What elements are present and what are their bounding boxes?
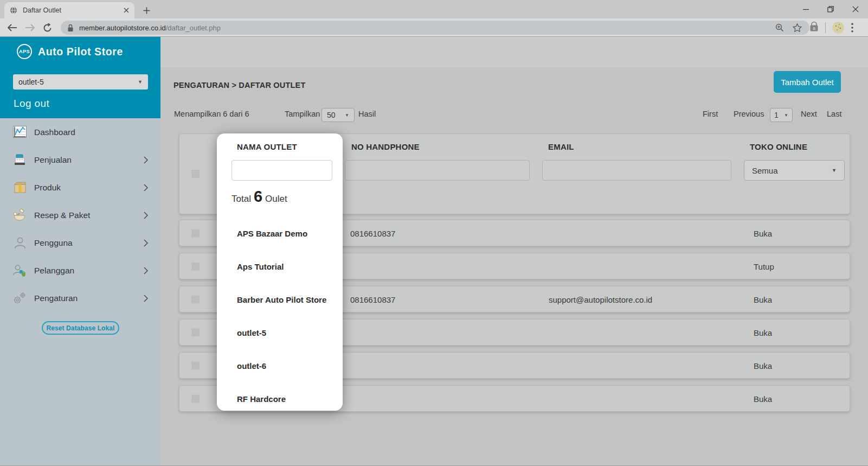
lock-icon[interactable] bbox=[67, 24, 74, 32]
sidebar-item-dashboard[interactable]: Dashboard bbox=[0, 118, 160, 146]
toolbar-separator bbox=[825, 22, 826, 33]
showing-text: Menampilkan 6 dari 6 bbox=[174, 110, 249, 118]
select-all-checkbox[interactable] bbox=[191, 170, 200, 178]
zoom-icon[interactable] bbox=[774, 22, 786, 33]
aps-logo: APS bbox=[17, 44, 32, 59]
pagination-previous[interactable]: Previous bbox=[734, 110, 764, 118]
sidebar-item-resep-paket[interactable]: Resep & Paket bbox=[0, 201, 160, 229]
hasil-label: Hasil bbox=[358, 110, 376, 118]
filter-toko-select[interactable]: Semua ▼ bbox=[744, 160, 845, 181]
back-button[interactable] bbox=[7, 22, 18, 34]
chevron-down-icon: ▼ bbox=[138, 79, 143, 85]
pagination-first[interactable]: First bbox=[703, 110, 718, 118]
outlet-select[interactable]: outlet-5 ▼ bbox=[13, 74, 148, 90]
page-number-select[interactable]: 1▼ bbox=[770, 108, 793, 122]
row-checkbox[interactable] bbox=[191, 229, 200, 237]
brand-title: Auto Pilot Store bbox=[38, 46, 123, 58]
col-header-toko: TOKO ONLINE bbox=[750, 142, 807, 151]
browser-tab[interactable]: Daftar Outlet bbox=[4, 2, 134, 18]
col-header-phone: NO HANDPHONE bbox=[351, 142, 420, 151]
svg-text:a: a bbox=[813, 25, 815, 31]
chevron-right-icon bbox=[144, 212, 149, 219]
bookmark-star-icon[interactable] bbox=[791, 22, 803, 33]
sidebar: APS Auto Pilot Store outlet-5 ▼ Log out … bbox=[0, 37, 160, 466]
main-content: PENGATURAN > DAFTAR OUTLET Tambah Outlet… bbox=[160, 37, 868, 466]
breadcrumb: PENGATURAN > DAFTAR OUTLET bbox=[173, 81, 306, 90]
tambah-outlet-button[interactable]: Tambah Outlet bbox=[774, 71, 841, 93]
window-restore-button[interactable] bbox=[818, 0, 843, 18]
outlet-table: NAMA OUTLET NO HANDPHONE EMAIL TOKO ONLI… bbox=[179, 133, 850, 416]
recipe-icon bbox=[12, 208, 27, 222]
window-close-button[interactable] bbox=[843, 0, 868, 18]
product-icon bbox=[12, 180, 27, 195]
row-checkbox[interactable] bbox=[191, 262, 200, 270]
address-bar[interactable]: member.autopilotstore.co.id/daftar_outle… bbox=[61, 21, 809, 35]
tab-close-icon[interactable] bbox=[124, 8, 129, 13]
filter-nama-input[interactable] bbox=[232, 160, 332, 181]
pagination-last[interactable]: Last bbox=[827, 110, 841, 118]
sidebar-item-pelanggan[interactable]: Pelanggan bbox=[0, 257, 160, 284]
profile-avatar[interactable] bbox=[832, 21, 845, 34]
tab-title: Daftar Outlet bbox=[23, 7, 124, 14]
page-size-select[interactable]: 50▼ bbox=[322, 108, 355, 122]
sidebar-item-pengaturan[interactable]: Pengaturan bbox=[0, 284, 160, 312]
sidebar-item-pengguna[interactable]: Pengguna bbox=[0, 229, 160, 257]
chevron-right-icon bbox=[144, 239, 149, 247]
new-tab-button[interactable] bbox=[140, 4, 153, 16]
customer-icon bbox=[12, 263, 27, 278]
row-checkbox[interactable] bbox=[191, 328, 200, 336]
chevron-right-icon bbox=[144, 156, 149, 164]
chevron-right-icon bbox=[144, 184, 149, 191]
url-text: member.autopilotstore.co.id/daftar_outle… bbox=[79, 24, 768, 32]
window-minimize-button[interactable] bbox=[793, 0, 818, 18]
tampilkan-label: Tampilkan bbox=[285, 110, 320, 118]
col-header-nama: NAMA OUTLET bbox=[237, 142, 297, 151]
table-header: NAMA OUTLET NO HANDPHONE EMAIL TOKO ONLI… bbox=[179, 133, 850, 214]
sidebar-header: APS Auto Pilot Store outlet-5 ▼ Log out bbox=[0, 37, 160, 118]
browser-menu-icon[interactable] bbox=[851, 23, 853, 33]
browser-toolbar: member.autopilotstore.co.id/daftar_outle… bbox=[0, 18, 868, 37]
total-outlet-text: Total 6 Oulet bbox=[232, 188, 287, 206]
row-checkbox[interactable] bbox=[191, 295, 200, 303]
row-checkbox[interactable] bbox=[191, 394, 200, 403]
sidebar-item-penjualan[interactable]: Penjualan bbox=[0, 146, 160, 174]
settings-icon bbox=[12, 291, 27, 305]
chevron-down-icon: ▼ bbox=[345, 113, 349, 118]
user-icon bbox=[12, 235, 27, 250]
filter-phone-input[interactable] bbox=[345, 160, 530, 181]
extension-icon[interactable]: a bbox=[808, 21, 820, 33]
logout-link[interactable]: Log out bbox=[14, 98, 49, 110]
chevron-right-icon bbox=[144, 267, 149, 275]
reload-button[interactable] bbox=[41, 22, 53, 34]
forward-button[interactable] bbox=[24, 22, 36, 34]
row-checkbox[interactable] bbox=[191, 361, 200, 369]
pagination-next[interactable]: Next bbox=[801, 110, 817, 118]
chevron-down-icon: ▼ bbox=[784, 113, 788, 118]
favicon-globe-icon bbox=[10, 7, 17, 14]
chevron-right-icon bbox=[144, 295, 149, 302]
filter-email-input[interactable] bbox=[542, 160, 731, 181]
chevron-down-icon: ▼ bbox=[832, 168, 837, 173]
sidebar-item-produk[interactable]: Produk bbox=[0, 174, 160, 201]
sales-icon bbox=[12, 152, 27, 167]
reset-database-button[interactable]: Reset Database Lokal bbox=[42, 321, 119, 335]
dashboard-icon bbox=[12, 125, 27, 139]
content-topbar bbox=[160, 37, 868, 67]
col-header-email: EMAIL bbox=[548, 142, 574, 151]
browser-titlebar: Daftar Outlet bbox=[0, 0, 868, 18]
